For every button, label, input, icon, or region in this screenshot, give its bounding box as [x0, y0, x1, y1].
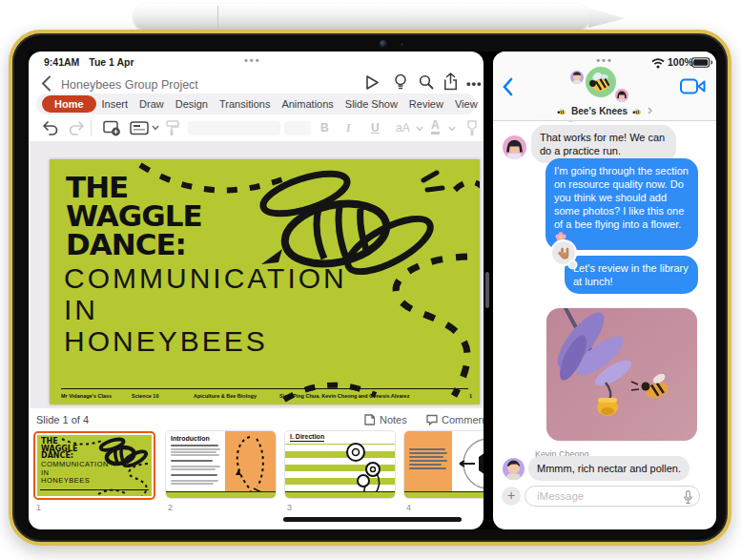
document-title: Honeybees Group Project — [61, 78, 198, 92]
tab-design[interactable]: Design — [170, 95, 214, 113]
font-size-field[interactable] — [284, 121, 311, 135]
message-received-2[interactable]: Mmmm, rich nectar and pollen. — [528, 456, 690, 481]
chevron-right-icon — [648, 107, 652, 114]
thumbnail-slide-4[interactable] — [404, 431, 484, 498]
powerpoint-app: 9:41AM Tue 1 Apr ••• Honeybees Group Pro… — [29, 52, 484, 529]
battery-percent: 100% — [668, 56, 693, 68]
footer-course: Science 10 — [132, 393, 158, 399]
notes-icon[interactable] — [364, 414, 375, 425]
bee-doodle — [237, 165, 454, 278]
messages-app: Siew Ping Chua ••• 100% — [493, 52, 716, 529]
bold-button[interactable]: B — [320, 121, 329, 135]
redo-icon[interactable] — [69, 121, 85, 135]
underline-button[interactable]: U — [371, 121, 380, 135]
tab-review[interactable]: Review — [403, 95, 449, 113]
font-color-button[interactable]: A — [431, 119, 440, 135]
highlight-button[interactable] — [465, 120, 479, 136]
split-view-divider[interactable] — [485, 272, 489, 308]
share-icon[interactable] — [443, 73, 458, 91]
plus-button[interactable]: + — [502, 487, 521, 506]
direction-diagram — [452, 431, 484, 498]
group-name: Bee's Knees — [571, 106, 628, 116]
back-chevron-icon[interactable] — [41, 75, 51, 92]
ideas-lightbulb-icon[interactable] — [394, 73, 407, 91]
new-slide-button[interactable] — [103, 120, 121, 136]
thumbnail-slide-3[interactable]: I. Direction — [285, 431, 395, 498]
search-icon[interactable] — [419, 74, 434, 90]
thumbnail-number-4: 4 — [406, 503, 411, 512]
tab-slide-show[interactable]: Slide Show — [340, 95, 403, 113]
footer-unit: Apiculture & Bee Biology — [194, 393, 257, 399]
layout-chevron-down-icon[interactable] — [152, 125, 159, 131]
status-time: 9:41AM — [44, 56, 79, 68]
tab-home[interactable]: Home — [42, 95, 96, 113]
footer-authors: Siew Ping Chua, Kevin Cheong and Genesis… — [279, 393, 409, 399]
status-bar-left: 9:41AM Tue 1 Apr — [44, 56, 134, 68]
stage: 9:41AM Tue 1 Apr ••• Honeybees Group Pro… — [0, 0, 741, 560]
slide-footer-rule — [61, 388, 468, 389]
tab-animations[interactable]: Animations — [276, 95, 339, 113]
thumbnail-slide-1[interactable]: THEWAGGLEDANCE: COMMUNICATIONINHONEYBEES — [33, 431, 155, 500]
group-avatar-bee[interactable] — [586, 67, 616, 97]
front-sensor-icon — [401, 43, 403, 46]
tab-insert[interactable]: Insert — [96, 95, 134, 113]
slide-status-row: Slide 1 of 4 Notes Comments — [29, 408, 484, 431]
layout-button[interactable] — [130, 121, 149, 135]
avatar-siew-ping — [503, 135, 526, 159]
facetime-video-button[interactable] — [680, 78, 706, 94]
slide-1[interactable]: THE WAGGLE DANCE: COMMUNICATION IN HONEY… — [50, 159, 480, 404]
more-options-icon[interactable]: ••• — [466, 76, 483, 91]
slide-subtitle: COMMUNICATION IN HONEYBEES — [64, 262, 347, 357]
font-color-chevron-icon[interactable] — [448, 126, 456, 132]
thumbnail-slide-2[interactable]: Introduction — [166, 431, 276, 498]
love-you-gesture-icon — [558, 247, 570, 259]
message-sent-2[interactable]: Let's review in the library at lunch! — [565, 256, 698, 294]
avatar-kevin — [503, 458, 525, 480]
italic-button[interactable]: I — [346, 121, 351, 135]
photo-message[interactable] — [546, 308, 697, 441]
present-play-button[interactable] — [364, 74, 381, 91]
member-avatar-small-2[interactable] — [614, 88, 629, 103]
front-camera-icon — [380, 40, 387, 48]
thumbnail-number-2: 2 — [168, 503, 173, 512]
back-chevron-icon[interactable] — [502, 77, 513, 96]
notes-button[interactable]: Notes — [380, 414, 407, 425]
apple-pencil — [134, 4, 589, 31]
screen: 9:41AM Tue 1 Apr ••• Honeybees Group Pro… — [29, 52, 716, 529]
bee-emoji-icon — [632, 108, 642, 115]
ribbon-tab-bar: Home Insert Draw Design Transitions Anim… — [36, 93, 476, 114]
member-avatar-small-1[interactable] — [569, 70, 585, 85]
tab-draw[interactable]: Draw — [134, 95, 170, 113]
tab-transitions[interactable]: Transitions — [214, 95, 276, 113]
font-name-field[interactable] — [188, 121, 280, 135]
comments-button[interactable]: Comments — [442, 414, 484, 425]
imessage-input-wrap — [525, 486, 700, 507]
tab-view[interactable]: View — [449, 95, 484, 113]
imessage-input[interactable] — [535, 489, 682, 503]
pencil-seam — [217, 6, 218, 29]
group-name-row[interactable]: Bee's Knees — [493, 106, 716, 116]
format-painter-icon[interactable] — [166, 120, 179, 136]
slide-canvas[interactable]: THE WAGGLE DANCE: COMMUNICATION IN HONEY… — [29, 141, 484, 408]
bee-emoji-icon — [557, 108, 566, 115]
mic-icon[interactable] — [684, 490, 692, 504]
photo-bee-flower — [546, 308, 697, 441]
undo-icon[interactable] — [42, 121, 58, 135]
tapback-tail-dot — [569, 261, 576, 268]
flower-doodles — [335, 439, 392, 494]
multitask-dots-left[interactable]: ••• — [244, 54, 261, 66]
comments-icon[interactable] — [426, 414, 438, 425]
text-size-chevron-icon[interactable] — [416, 126, 423, 132]
messages-nav-bar: ••• 100% Bee's Knees — [493, 52, 716, 121]
message-received-1[interactable]: That works for me! We can do a practice … — [531, 125, 676, 163]
slide-title: THE WAGGLE DANCE: — [66, 173, 202, 259]
battery-icon — [691, 57, 712, 68]
home-indicator[interactable] — [283, 517, 462, 522]
toolbar-divider — [91, 120, 92, 135]
footer-class: Mr Vidanage's Class — [61, 393, 112, 399]
slide-counter: Slide 1 of 4 — [36, 414, 89, 425]
message-sent-1[interactable]: I'm going through the section on resourc… — [545, 158, 698, 250]
text-size-button[interactable]: aA — [396, 121, 410, 135]
footer-page-number: 1 — [469, 393, 472, 399]
status-date: Tue 1 Apr — [89, 56, 134, 68]
